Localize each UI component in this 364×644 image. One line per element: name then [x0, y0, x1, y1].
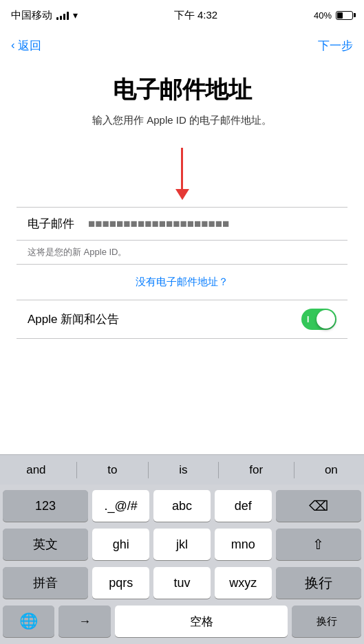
- signal-bar-2: [60, 16, 62, 20]
- back-label: 返回: [18, 38, 41, 54]
- nav-bar: ‹ 返回 下一步: [0, 30, 364, 60]
- toggle-on-text: I: [307, 315, 309, 324]
- battery-percentage: 40%: [314, 10, 332, 21]
- autocomplete-on[interactable]: on: [314, 459, 349, 481]
- key-enter-right[interactable]: 换行: [276, 567, 361, 599]
- main-content: 电子邮件地址 输入您用作 Apple ID 的电子邮件地址。 电子邮件 这将是您…: [0, 60, 364, 339]
- key-row-2: 英文 ghi jkl mno ⇧: [3, 529, 361, 560]
- arrow-line: [181, 148, 183, 189]
- email-label: 电子邮件: [28, 216, 83, 232]
- key-row-1: 123 ._@/# abc def ⌫: [3, 490, 361, 522]
- toggle-row: Apple 新闻和公告 I: [17, 300, 347, 338]
- no-email-section: 没有电子邮件地址？: [17, 276, 347, 289]
- signal-bar-4: [67, 12, 69, 20]
- wifi-icon: ▾: [73, 10, 78, 21]
- key-row-3: 拼音 pqrs tuv wxyz 换行: [3, 567, 361, 599]
- form-hint: 这将是您的新 Apple ID。: [17, 240, 347, 264]
- key-globe[interactable]: 🌐: [3, 606, 54, 637]
- key-english[interactable]: 英文: [3, 529, 88, 560]
- status-bar: 中国移动 ▾ 下午 4:32 40%: [0, 0, 364, 30]
- key-row-bottom: 🌐 → 空格 换行: [3, 606, 361, 637]
- toggle-label: Apple 新闻和公告: [28, 311, 119, 327]
- key-tuv[interactable]: tuv: [153, 567, 211, 599]
- keyboard-rows: 123 ._@/# abc def ⌫ 英文 ghi jkl mno ⇧ 拼音 …: [0, 485, 364, 644]
- key-space[interactable]: 空格: [115, 606, 288, 637]
- signal-bar-3: [63, 14, 65, 20]
- keyboard-area: and to is for on 123 ._@/# abc def ⌫ 英文 …: [0, 454, 364, 644]
- email-input[interactable]: [83, 217, 336, 231]
- key-ghi[interactable]: ghi: [92, 529, 149, 560]
- signal-bars: [56, 10, 69, 20]
- key-pinyin[interactable]: 拼音: [3, 567, 88, 599]
- toggle-section: Apple 新闻和公告 I: [17, 300, 347, 339]
- key-symbols[interactable]: ._@/#: [92, 490, 149, 522]
- status-left: 中国移动 ▾: [11, 9, 78, 22]
- chevron-left-icon: ‹: [11, 38, 15, 52]
- toggle-knob: [317, 310, 335, 329]
- divider-4: [294, 462, 295, 478]
- key-wxyz[interactable]: wxyz: [215, 567, 272, 599]
- key-pqrs[interactable]: pqrs: [92, 567, 149, 599]
- arrow-indicator: [17, 148, 347, 200]
- divider-1: [76, 462, 77, 478]
- carrier-text: 中国移动: [11, 9, 52, 22]
- key-abc[interactable]: abc: [153, 490, 211, 522]
- status-time: 下午 4:32: [174, 9, 217, 22]
- autocomplete-and[interactable]: and: [15, 459, 56, 481]
- key-mno[interactable]: mno: [215, 529, 272, 560]
- page-subtitle: 输入您用作 Apple ID 的电子邮件地址。: [17, 113, 347, 127]
- divider-3: [218, 462, 219, 478]
- toggle-switch[interactable]: I: [301, 309, 336, 330]
- key-jkl[interactable]: jkl: [153, 529, 211, 560]
- battery-fill: [337, 12, 343, 19]
- status-right: 40%: [314, 10, 353, 21]
- divider-2: [148, 462, 149, 478]
- next-button[interactable]: 下一步: [318, 38, 353, 54]
- email-row: 电子邮件: [17, 208, 347, 240]
- arrow-head: [175, 189, 189, 200]
- key-return[interactable]: 换行: [292, 606, 361, 637]
- battery-icon: [336, 11, 353, 20]
- autocomplete-is[interactable]: is: [168, 459, 198, 481]
- back-button[interactable]: ‹ 返回: [11, 38, 41, 54]
- autocomplete-for[interactable]: for: [238, 459, 274, 481]
- key-backspace[interactable]: ⌫: [276, 490, 361, 522]
- no-email-link[interactable]: 没有电子邮件地址？: [136, 276, 228, 287]
- autocomplete-to[interactable]: to: [96, 459, 128, 481]
- autocomplete-bar: and to is for on: [0, 454, 364, 485]
- key-arrow[interactable]: →: [58, 606, 110, 637]
- key-def[interactable]: def: [215, 490, 272, 522]
- key-shift[interactable]: ⇧: [276, 529, 361, 560]
- signal-bar-1: [56, 17, 58, 20]
- key-123[interactable]: 123: [3, 490, 88, 522]
- page-title: 电子邮件地址: [17, 74, 347, 106]
- form-section: 电子邮件 这将是您的新 Apple ID。: [17, 207, 347, 265]
